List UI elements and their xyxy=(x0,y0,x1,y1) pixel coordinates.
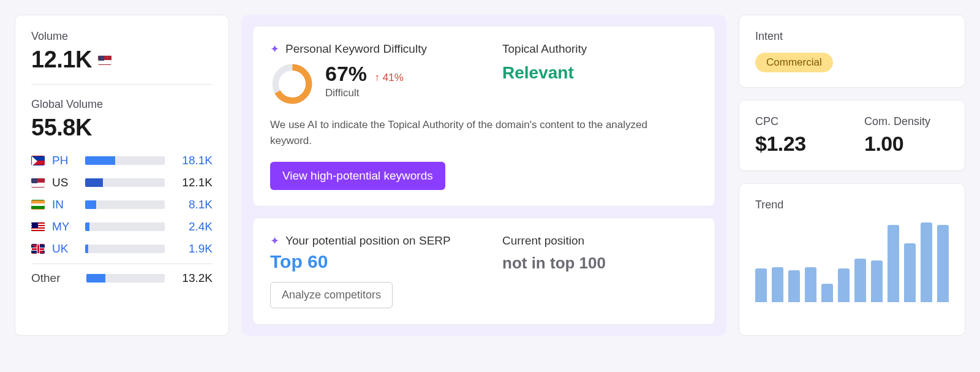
country-volume: 18.1K xyxy=(172,154,213,167)
country-row-my[interactable]: MY 2.4K xyxy=(31,216,213,238)
volume-bar xyxy=(85,200,165,209)
ai-insights-section: ✦ Personal Keyword Difficulty 67% ↑ 41% xyxy=(241,15,726,336)
keyword-overview-dashboard: Volume 12.1K Global Volume 55.8K PH 18.1… xyxy=(15,15,965,336)
com-density-label: Com. Density xyxy=(864,115,949,128)
country-code: PH xyxy=(52,154,78,167)
topical-authority-block: Topical Authority Relevant xyxy=(502,42,698,106)
trend-bar xyxy=(888,225,899,302)
uk-flag-icon xyxy=(31,244,45,254)
potential-position-title-text: Your potential position on SERP xyxy=(285,234,451,248)
topical-authority-title: Topical Authority xyxy=(502,42,698,56)
us-flag-icon xyxy=(31,178,45,188)
divider xyxy=(31,84,213,85)
cpc-label: CPC xyxy=(755,115,840,128)
volume-card: Volume 12.1K Global Volume 55.8K PH 18.1… xyxy=(15,15,229,336)
com-density-block: Com. Density 1.00 xyxy=(864,115,949,156)
trend-bar xyxy=(755,268,767,302)
cpc-density-card: CPC $1.23 Com. Density 1.00 xyxy=(739,100,965,171)
country-code: UK xyxy=(52,242,78,256)
volume-bar xyxy=(85,222,165,231)
volume-bar xyxy=(85,245,165,253)
other-volume: 13.2K xyxy=(172,271,213,285)
current-position-title: Current position xyxy=(502,234,698,248)
in-flag-icon xyxy=(31,200,45,210)
country-code: IN xyxy=(52,198,78,211)
current-position-value: not in top 100 xyxy=(502,254,698,273)
volume-bar xyxy=(85,156,165,165)
trend-bar xyxy=(871,260,883,302)
potential-position-block: ✦ Your potential position on SERP Top 60… xyxy=(270,234,466,308)
volume-bar xyxy=(86,274,165,283)
country-code: MY xyxy=(52,220,78,233)
analyze-competitors-button[interactable]: Analyze competitors xyxy=(270,282,393,308)
potential-position-title: ✦ Your potential position on SERP xyxy=(270,234,466,248)
volume-label: Volume xyxy=(31,30,213,43)
difficulty-authority-card: ✦ Personal Keyword Difficulty 67% ↑ 41% xyxy=(252,26,715,207)
country-volume: 1.9K xyxy=(172,242,213,256)
difficulty-title-text: Personal Keyword Difficulty xyxy=(285,42,427,56)
trend-bar xyxy=(854,259,866,302)
com-density-value: 1.00 xyxy=(864,132,949,156)
sparkle-icon: ✦ xyxy=(270,234,279,248)
ph-flag-icon xyxy=(31,156,45,165)
serp-position-card: ✦ Your potential position on SERP Top 60… xyxy=(252,218,715,325)
country-row-other: Other 13.2K xyxy=(31,264,213,289)
potential-position-value: Top 60 xyxy=(270,251,466,272)
country-row-uk[interactable]: UK 1.9K xyxy=(31,238,213,260)
ai-description: We use AI to indicate the Topical Author… xyxy=(270,117,650,148)
intent-card: Intent Commercial xyxy=(739,15,965,88)
us-flag-icon xyxy=(98,55,111,65)
cpc-value: $1.23 xyxy=(755,132,840,156)
difficulty-percent: 67% xyxy=(325,62,367,85)
global-volume-value: 55.8K xyxy=(31,115,213,141)
volume-bar xyxy=(85,178,165,187)
topical-authority-value: Relevant xyxy=(502,63,698,83)
sparkle-icon: ✦ xyxy=(270,42,279,56)
country-volume: 12.1K xyxy=(172,176,213,189)
trend-bar xyxy=(838,268,850,302)
view-high-potential-keywords-button[interactable]: View high-potential keywords xyxy=(270,162,445,190)
volume-value: 12.1K xyxy=(31,47,92,73)
current-position-block: Current position not in top 100 xyxy=(502,234,698,308)
trend-bar xyxy=(772,267,783,302)
difficulty-block: ✦ Personal Keyword Difficulty 67% ↑ 41% xyxy=(270,42,466,106)
trend-bar xyxy=(937,225,949,302)
right-metrics-column: Intent Commercial CPC $1.23 Com. Density… xyxy=(739,15,965,336)
country-volume: 8.1K xyxy=(172,198,213,211)
intent-badge: Commercial xyxy=(755,53,833,72)
country-row-in[interactable]: IN 8.1K xyxy=(31,194,213,216)
trend-bar xyxy=(821,284,833,302)
country-row-us[interactable]: US 12.1K xyxy=(31,172,213,194)
country-row-ph[interactable]: PH 18.1K xyxy=(31,150,213,172)
trend-bar xyxy=(805,267,816,302)
country-volume-list: PH 18.1K US 12.1K IN 8.1K MY 2.4K xyxy=(31,150,213,289)
volume-value-row: 12.1K xyxy=(31,47,213,73)
trend-label: Trend xyxy=(755,199,949,211)
global-volume-label: Global Volume xyxy=(31,98,213,111)
country-volume: 2.4K xyxy=(172,220,213,233)
trend-card: Trend xyxy=(739,183,965,336)
cpc-block: CPC $1.23 xyxy=(755,115,840,156)
trend-bar xyxy=(788,270,800,302)
difficulty-donut-icon xyxy=(270,62,314,106)
country-code: US xyxy=(52,176,78,189)
trend-bar xyxy=(921,222,932,302)
difficulty-title: ✦ Personal Keyword Difficulty xyxy=(270,42,466,56)
intent-label: Intent xyxy=(755,30,949,43)
other-label: Other xyxy=(31,271,79,285)
difficulty-sub: Difficult xyxy=(325,87,404,99)
trend-bar xyxy=(904,243,916,302)
difficulty-delta: ↑ 41% xyxy=(375,72,404,83)
trend-chart xyxy=(755,222,949,302)
my-flag-icon xyxy=(31,222,45,232)
